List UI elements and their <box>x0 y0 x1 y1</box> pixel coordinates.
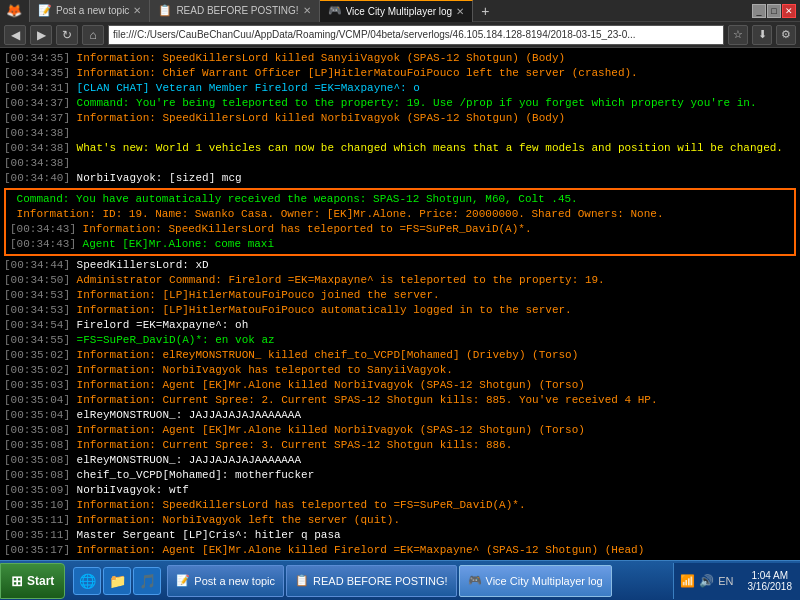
log-line: [00:34:31] [CLAN CHAT] Veteran Member Fi… <box>4 81 796 96</box>
forward-button[interactable]: ▶ <box>30 25 52 45</box>
log-text: Command: You're being teleported to the … <box>70 97 757 109</box>
log-time: [00:34:38] <box>4 157 70 169</box>
tab-post-new-topic[interactable]: 📝 Post a new topic ✕ <box>30 0 150 22</box>
log-line: [00:34:35] Information: SpeedKillersLord… <box>4 51 796 66</box>
log-line: [00:35:11] Information: NorbiIvagyok lef… <box>4 513 796 528</box>
clock-date: 3/16/2018 <box>748 581 793 592</box>
clock-time: 1:04 AM <box>748 570 793 581</box>
log-time: [00:34:53] <box>4 304 70 316</box>
log-time: [00:35:02] <box>4 364 70 376</box>
log-line: [00:34:40] NorbiIvagyok: [sized] mcg <box>4 171 796 186</box>
taskbar-app-vcmp-label: Vice City Multiplayer log <box>486 575 603 587</box>
log-line: [00:34:53] Information: [LP]HitlerMatouF… <box>4 303 796 318</box>
taskbar-app-read[interactable]: 📋 READ BEFORE POSTING! <box>286 565 456 597</box>
log-text: Information: SpeedKillersLord has telepo… <box>76 223 531 235</box>
log-time: [00:34:40] <box>4 172 70 184</box>
log-text: cheif_to_VCPD[Mohamed]: motherfucker <box>70 469 314 481</box>
tab-close-3[interactable]: ✕ <box>456 6 464 17</box>
log-text: Information: SpeedKillersLord killed Nor… <box>70 112 565 124</box>
log-time: [00:34:35] <box>4 67 70 79</box>
log-time: [00:34:44] <box>4 259 70 271</box>
taskbar-app-vcmp-icon: 🎮 <box>468 574 482 587</box>
log-line: [00:34:43] Agent [EK]Mr.Alone: come maxi <box>10 237 790 252</box>
maximize-btn[interactable]: □ <box>767 4 781 18</box>
log-text: Information: Agent [EK]Mr.Alone killed N… <box>70 379 585 391</box>
back-button[interactable]: ◀ <box>4 25 26 45</box>
taskbar-app-vcmp[interactable]: 🎮 Vice City Multiplayer log <box>459 565 612 597</box>
log-time: [00:34:35] <box>4 52 70 64</box>
taskbar-app-post-icon: 📝 <box>176 574 190 587</box>
log-time: [00:35:08] <box>4 439 70 451</box>
settings-icon[interactable]: ⚙ <box>776 25 796 45</box>
log-line: [00:34:54] Firelord =EK=Maxpayne^: oh <box>4 318 796 333</box>
browser-logo-tab: 🦊 <box>0 0 30 22</box>
log-time: [00:35:08] <box>4 424 70 436</box>
taskbar-icon-ie[interactable]: 🌐 <box>73 567 101 595</box>
log-text: elReyMONSTRUON_: JAJJAJAJAJAAAAAAA <box>70 409 301 421</box>
log-line: [00:35:08] elReyMONSTRUON_: JAJJAJAJAJAA… <box>4 453 796 468</box>
taskbar-app-read-icon: 📋 <box>295 574 309 587</box>
log-line: [00:34:35] Information: Chief Warrant Of… <box>4 66 796 81</box>
log-text: Information: Agent [EK]Mr.Alone killed N… <box>70 424 585 436</box>
windows-taskbar: ⊞ Start 🌐 📁 🎵 📝 Post a new topic 📋 READ … <box>0 560 800 600</box>
log-time: [00:34:50] <box>4 274 70 286</box>
log-time: [00:35:10] <box>4 499 70 511</box>
log-time: [00:34:54] <box>4 319 70 331</box>
log-time: [00:35:04] <box>4 409 70 421</box>
log-time: [00:34:37] <box>4 97 70 109</box>
taskbar-app-post[interactable]: 📝 Post a new topic <box>167 565 284 597</box>
log-line: [00:35:11] Master Sergeant [LP]Cris^: hi… <box>4 528 796 543</box>
new-tab-button[interactable]: + <box>473 3 497 19</box>
log-text: Information: ID: 19. Name: Swanko Casa. … <box>10 208 664 220</box>
start-button[interactable]: ⊞ Start <box>0 563 65 599</box>
tab-close-1[interactable]: ✕ <box>133 5 141 16</box>
log-text: [CLAN CHAT] CO-Leader Agent [EK]Mr.Alone… <box>70 48 367 49</box>
taskbar-app-read-label: READ BEFORE POSTING! <box>313 575 447 587</box>
log-text: NorbiIvagyok: [sized] mcg <box>70 172 242 184</box>
download-icon[interactable]: ⬇ <box>752 25 772 45</box>
log-text: Information: [LP]HitlerMatouFoiPouco joi… <box>70 289 440 301</box>
tab-read-before[interactable]: 📋 READ BEFORE POSTING! ✕ <box>150 0 319 22</box>
log-line: [00:35:08] cheif_to_VCPD[Mohamed]: mothe… <box>4 468 796 483</box>
taskbar-apps: 🌐 📁 🎵 📝 Post a new topic 📋 READ BEFORE P… <box>69 565 673 597</box>
log-line: [00:34:38] <box>4 126 796 141</box>
browser-tab-bar[interactable]: 🦊 📝 Post a new topic ✕ 📋 READ BEFORE POS… <box>0 0 800 22</box>
log-line: [00:35:10] Information: SpeedKillersLord… <box>4 498 796 513</box>
log-line: [00:35:02] Information: elReyMONSTRUON_ … <box>4 348 796 363</box>
log-line: [00:35:02] Information: NorbiIvagyok has… <box>4 363 796 378</box>
log-text: [CLAN CHAT] Veteran Member Firelord =EK=… <box>70 82 420 94</box>
tray-icon-network: 📶 <box>680 574 695 588</box>
log-line: [00:35:04] Information: Current Spree: 2… <box>4 393 796 408</box>
log-time: [00:34:38] <box>4 142 70 154</box>
log-line: [00:34:43] Information: SpeedKillersLord… <box>10 222 790 237</box>
reload-button[interactable]: ↻ <box>56 25 78 45</box>
log-text: Information: NorbiIvagyok left the serve… <box>70 514 400 526</box>
tab-label-1: Post a new topic <box>56 5 129 16</box>
log-time: [00:35:09] <box>4 484 70 496</box>
tab-close-2[interactable]: ✕ <box>303 5 311 16</box>
log-text: Information: [LP]HitlerMatouFoiPouco aut… <box>70 304 572 316</box>
address-input[interactable] <box>108 25 724 45</box>
log-text: Information: NorbiIvagyok has teleported… <box>70 364 453 376</box>
log-time: [00:34:33] <box>4 48 70 49</box>
system-clock[interactable]: 1:04 AM 3/16/2018 <box>740 563 801 599</box>
log-text: Information: elReyMONSTRUON_ killed chei… <box>70 349 578 361</box>
taskbar-icon-folder[interactable]: 📁 <box>103 567 131 595</box>
log-line: Information: ID: 19. Name: Swanko Casa. … <box>10 207 790 222</box>
window-controls: _ □ ✕ <box>748 4 800 18</box>
log-line: [00:34:38] <box>4 156 796 171</box>
log-line: [00:35:09] NorbiIvagyok: wtf <box>4 483 796 498</box>
address-bar-row: ◀ ▶ ↻ ⌂ ☆ ⬇ ⚙ <box>0 22 800 48</box>
home-button[interactable]: ⌂ <box>82 25 104 45</box>
bookmark-icon[interactable]: ☆ <box>728 25 748 45</box>
log-text: Information: SpeedKillersLord killed San… <box>70 52 565 64</box>
log-text: elReyMONSTRUON_: JAJJAJAJAJAAAAAAA <box>70 454 301 466</box>
log-time: [00:35:17] <box>4 544 70 556</box>
log-time: [00:35:08] <box>4 469 70 481</box>
taskbar-icon-media[interactable]: 🎵 <box>133 567 161 595</box>
log-text: Information: Current Spree: 2. Current S… <box>70 394 658 406</box>
minimize-btn[interactable]: _ <box>752 4 766 18</box>
tab-vcmp-log[interactable]: 🎮 Vice City Multiplayer log ✕ <box>320 0 474 22</box>
close-btn[interactable]: ✕ <box>782 4 796 18</box>
log-time: [00:35:04] <box>4 394 70 406</box>
